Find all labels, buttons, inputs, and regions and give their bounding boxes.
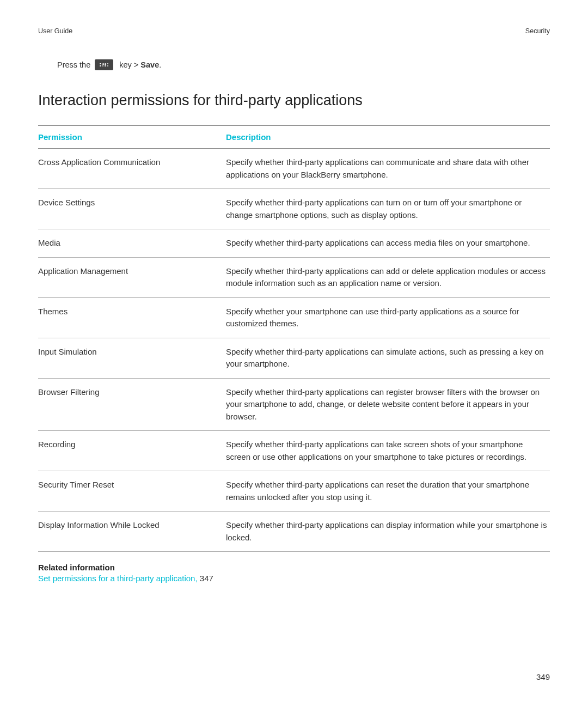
- table-row: RecordingSpecify whether third-party app…: [38, 431, 550, 471]
- permission-description: Specify whether third-party applications…: [226, 471, 550, 512]
- permission-description: Specify whether third-party applications…: [226, 338, 550, 378]
- permission-name: Application Management: [38, 257, 226, 297]
- header-right: Security: [525, 27, 550, 35]
- page-number: 349: [536, 672, 550, 681]
- press-period: .: [159, 60, 161, 69]
- table-row: Application ManagementSpecify whether th…: [38, 257, 550, 297]
- table-row: Display Information While LockedSpecify …: [38, 512, 550, 552]
- permission-name: Media: [38, 229, 226, 258]
- table-row: ThemesSpecify whether your smartphone ca…: [38, 297, 550, 338]
- permission-description: Specify whether your smartphone can use …: [226, 297, 550, 338]
- related-link-line: Set permissions for a third-party applic…: [38, 574, 550, 583]
- table-row: MediaSpecify whether third-party applica…: [38, 229, 550, 258]
- table-row: Device SettingsSpecify whether third-par…: [38, 189, 550, 229]
- table-row: Input SimulationSpecify whether third-pa…: [38, 338, 550, 378]
- permission-name: Display Information While Locked: [38, 512, 226, 552]
- press-after-key: key >: [119, 60, 138, 69]
- permission-description: Specify whether third-party applications…: [226, 512, 550, 552]
- permission-description: Specify whether third-party applications…: [226, 189, 550, 229]
- permission-name: Device Settings: [38, 189, 226, 229]
- page-header: User Guide Security: [38, 27, 550, 35]
- permission-description: Specify whether third-party applications…: [226, 229, 550, 258]
- permission-description: Specify whether third-party applications…: [226, 257, 550, 297]
- press-before: Press the: [57, 60, 90, 69]
- permission-description: Specify whether third-party applications…: [226, 149, 550, 189]
- header-left: User Guide: [38, 27, 72, 35]
- related-information-heading: Related information: [38, 563, 550, 572]
- blackberry-key-icon: [95, 59, 113, 70]
- permission-name: Security Timer Reset: [38, 471, 226, 512]
- permission-name: Cross Application Communication: [38, 149, 226, 189]
- related-link[interactable]: Set permissions for a third-party applic…: [38, 574, 200, 583]
- permission-description: Specify whether third-party applications…: [226, 431, 550, 471]
- related-page-ref: 347: [200, 574, 213, 583]
- save-label: Save: [140, 60, 159, 69]
- permission-name: Themes: [38, 297, 226, 338]
- table-row: Cross Application CommunicationSpecify w…: [38, 149, 550, 189]
- permission-name: Recording: [38, 431, 226, 471]
- instruction-line: Press the key > Save.: [57, 59, 550, 70]
- table-header-description: Description: [226, 126, 550, 149]
- permission-name: Browser Filtering: [38, 378, 226, 431]
- permission-description: Specify whether third-party applications…: [226, 378, 550, 431]
- table-header-permission: Permission: [38, 126, 226, 149]
- permission-name: Input Simulation: [38, 338, 226, 378]
- table-row: Browser FilteringSpecify whether third-p…: [38, 378, 550, 431]
- permissions-table: Permission Description Cross Application…: [38, 125, 550, 552]
- table-row: Security Timer ResetSpecify whether thir…: [38, 471, 550, 512]
- page-title: Interaction permissions for third-party …: [38, 92, 550, 109]
